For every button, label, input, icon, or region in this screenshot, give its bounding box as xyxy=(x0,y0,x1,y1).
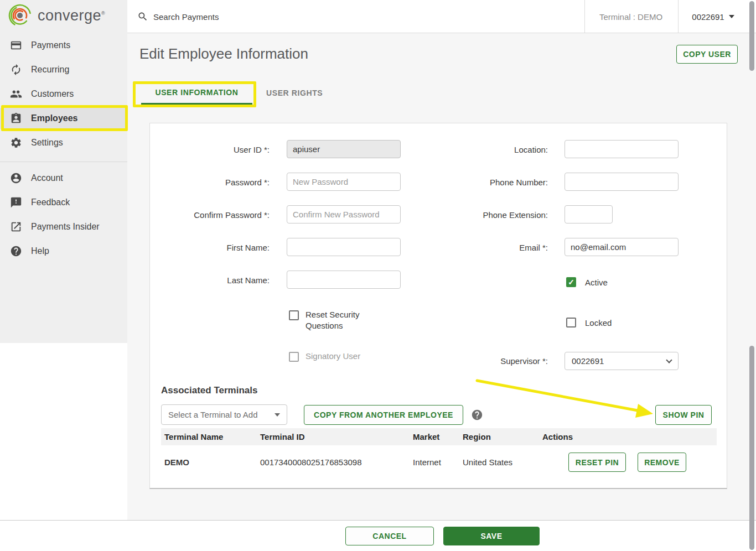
reset-security-label: Reset Security Questions xyxy=(305,309,370,331)
sidebar-item-customers[interactable]: Customers xyxy=(0,84,127,105)
badge-icon xyxy=(10,112,22,124)
brand-name: converge® xyxy=(38,7,105,24)
email-label: Email *: xyxy=(388,243,548,252)
phone-extension-label: Phone Extension: xyxy=(388,210,548,220)
chevron-down-icon xyxy=(666,357,672,363)
password-label: Password *: xyxy=(156,178,270,187)
cancel-button[interactable]: CANCEL xyxy=(345,527,434,545)
terminal-indicator: Terminal : DEMO xyxy=(584,0,677,33)
save-button[interactable]: SAVE xyxy=(443,527,540,545)
tab-user-rights[interactable]: USER RIGHTS xyxy=(266,89,323,97)
user-id-label: User ID *: xyxy=(156,145,270,154)
sidebar-item-settings[interactable]: Settings xyxy=(0,132,127,153)
confirm-password-field[interactable] xyxy=(287,205,401,223)
col-actions: Actions xyxy=(542,432,573,441)
scrollbar-thumb-bottom[interactable] xyxy=(749,346,754,550)
sidebar-item-label: Payments Insider xyxy=(31,222,100,232)
converge-logo[interactable]: converge® xyxy=(8,3,105,28)
locked-label: Locked xyxy=(585,318,612,328)
password-field[interactable] xyxy=(287,173,401,191)
sidebar-divider xyxy=(0,162,127,162)
location-field[interactable] xyxy=(565,140,679,158)
search-placeholder: Search Payments xyxy=(153,12,219,22)
sidebar: converge® Payments Recurring Customers E… xyxy=(0,0,127,343)
sidebar-item-label: Customers xyxy=(31,89,74,99)
copy-user-button[interactable]: COPY USER xyxy=(676,45,738,64)
supervisor-select[interactable]: 0022691 xyxy=(565,352,679,370)
active-checkbox[interactable] xyxy=(566,277,576,287)
external-link-icon xyxy=(10,221,22,233)
phone-extension-field[interactable] xyxy=(565,205,613,223)
terminal-select-placeholder: Select a Terminal to Add xyxy=(168,410,257,419)
tab-user-information[interactable]: USER INFORMATION xyxy=(141,84,252,105)
sidebar-item-label: Recurring xyxy=(31,65,69,75)
sidebar-item-label: Account xyxy=(31,173,63,183)
sidebar-item-label: Payments xyxy=(31,40,70,50)
help-icon xyxy=(10,245,22,257)
supervisor-select-value: 0022691 xyxy=(572,356,604,366)
first-name-field[interactable] xyxy=(287,238,401,256)
sidebar-item-label: Settings xyxy=(31,138,63,148)
location-label: Location: xyxy=(388,145,548,154)
sidebar-item-payments-insider[interactable]: Payments Insider xyxy=(0,216,127,237)
chevron-down-icon xyxy=(729,15,734,18)
page-title: Edit Employee Information xyxy=(139,45,308,63)
phone-number-label: Phone Number: xyxy=(388,178,548,187)
card-icon xyxy=(10,39,22,51)
feedback-icon xyxy=(10,196,22,209)
account-dropdown[interactable]: 0022691 xyxy=(679,0,748,33)
employee-form-card: User ID *: Password *: Confirm Password … xyxy=(149,123,727,489)
cell-region: United States xyxy=(463,458,512,467)
table-row: DEMO 0017340008025176853098 Internet Uni… xyxy=(161,445,717,480)
last-name-field[interactable] xyxy=(287,271,401,289)
cell-terminal-name: DEMO xyxy=(164,458,189,467)
active-label: Active xyxy=(585,278,608,287)
show-pin-button[interactable]: SHOW PIN xyxy=(655,405,712,425)
sidebar-item-label: Help xyxy=(31,246,49,256)
confirm-password-label: Confirm Password *: xyxy=(156,210,270,220)
converge-logo-icon xyxy=(8,3,32,28)
dropdown-arrow-icon xyxy=(275,413,280,417)
topbar: Search Payments Terminal : DEMO 0022691 xyxy=(127,0,756,33)
signatory-user-label: Signatory User xyxy=(305,351,360,361)
sidebar-item-label: Employees xyxy=(31,113,77,123)
action-footer: CANCEL SAVE xyxy=(0,520,756,551)
recurring-icon xyxy=(10,64,22,76)
copy-from-employee-button[interactable]: COPY FROM ANOTHER EMPLOYEE xyxy=(304,405,463,425)
account-icon xyxy=(10,172,22,184)
scrollbar-thumb-top[interactable] xyxy=(749,1,754,71)
trademark-mark: ® xyxy=(101,11,105,16)
signatory-user-checkbox[interactable] xyxy=(289,352,299,362)
help-icon[interactable] xyxy=(471,409,483,421)
terminals-table-header: Terminal Name Terminal ID Market Region … xyxy=(161,428,717,445)
sidebar-item-payments[interactable]: Payments xyxy=(0,35,127,56)
search-icon xyxy=(137,11,148,22)
cell-market: Internet xyxy=(413,458,441,467)
sidebar-item-feedback[interactable]: Feedback xyxy=(0,192,127,213)
sidebar-item-label: Feedback xyxy=(31,197,70,207)
email-field[interactable] xyxy=(565,238,679,256)
cell-terminal-id: 0017340008025176853098 xyxy=(260,458,362,467)
search-input[interactable]: Search Payments xyxy=(137,0,219,33)
last-name-label: Last Name: xyxy=(156,276,270,285)
gear-icon xyxy=(10,137,22,149)
col-market: Market xyxy=(413,432,439,441)
remove-button[interactable]: REMOVE xyxy=(638,453,686,472)
sidebar-item-recurring[interactable]: Recurring xyxy=(0,59,127,80)
sidebar-item-help[interactable]: Help xyxy=(0,241,127,262)
col-terminal-name: Terminal Name xyxy=(164,432,223,441)
supervisor-label: Supervisor *: xyxy=(388,356,548,366)
terminal-select[interactable]: Select a Terminal to Add xyxy=(161,404,287,425)
first-name-label: First Name: xyxy=(156,243,270,252)
associated-terminals-heading: Associated Terminals xyxy=(161,385,257,396)
sidebar-item-employees[interactable]: Employees xyxy=(0,108,127,129)
col-region: Region xyxy=(463,432,491,441)
account-id: 0022691 xyxy=(692,12,724,22)
reset-security-checkbox[interactable] xyxy=(289,310,299,320)
locked-checkbox[interactable] xyxy=(566,318,576,328)
user-id-field[interactable] xyxy=(287,140,401,158)
reset-pin-button[interactable]: RESET PIN xyxy=(568,453,626,472)
people-icon xyxy=(10,88,22,100)
sidebar-item-account[interactable]: Account xyxy=(0,168,127,189)
phone-number-field[interactable] xyxy=(565,173,679,191)
